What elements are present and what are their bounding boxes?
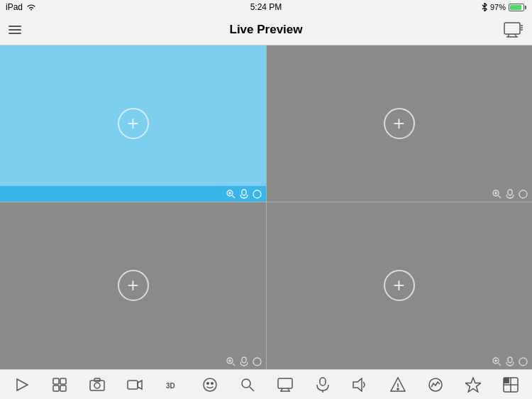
cell-controls-top-right bbox=[266, 186, 532, 202]
camera-button[interactable] bbox=[78, 377, 116, 393]
menu-button[interactable] bbox=[9, 26, 21, 34]
video-button[interactable] bbox=[116, 377, 153, 393]
svg-point-13 bbox=[253, 190, 261, 198]
zoom-icon-tr[interactable] bbox=[492, 189, 501, 199]
svg-rect-11 bbox=[242, 190, 246, 195]
layout-button[interactable] bbox=[492, 377, 529, 393]
grid-button[interactable] bbox=[40, 377, 78, 393]
record-icon-tl[interactable] bbox=[253, 190, 262, 199]
svg-line-50 bbox=[250, 387, 254, 391]
svg-rect-40 bbox=[90, 381, 104, 390]
mic-button[interactable] bbox=[304, 377, 341, 393]
status-time: 5:24 PM bbox=[250, 2, 282, 12]
mic-icon-tr[interactable] bbox=[506, 189, 514, 199]
svg-point-34 bbox=[519, 358, 527, 366]
mic-icon-bl[interactable] bbox=[240, 356, 248, 366]
svg-point-46 bbox=[204, 378, 216, 391]
svg-point-60 bbox=[397, 388, 399, 390]
monitor-button[interactable] bbox=[504, 22, 523, 38]
mic-icon-br[interactable] bbox=[506, 356, 514, 366]
carrier-label: iPad bbox=[6, 2, 23, 12]
cell-controls-bottom-right bbox=[266, 354, 532, 369]
svg-rect-25 bbox=[242, 357, 246, 363]
record-icon-br[interactable] bbox=[519, 357, 528, 366]
svg-rect-51 bbox=[278, 378, 292, 388]
add-source-button-top-right[interactable]: + bbox=[384, 108, 415, 139]
status-bar: iPad 5:24 PM 97% bbox=[0, 0, 532, 14]
svg-rect-32 bbox=[508, 357, 512, 363]
cell-controls-top-left bbox=[0, 186, 266, 202]
svg-marker-62 bbox=[465, 378, 481, 392]
svg-rect-55 bbox=[320, 378, 326, 386]
svg-point-48 bbox=[211, 382, 212, 383]
nav-right[interactable] bbox=[504, 22, 523, 38]
svg-rect-37 bbox=[60, 378, 66, 384]
nav-bar: Live Preview bbox=[0, 14, 532, 45]
monitor-button[interactable] bbox=[266, 377, 304, 393]
cell-bottom-right[interactable]: + bbox=[266, 202, 532, 369]
cell-bottom-left[interactable]: + bbox=[0, 202, 266, 369]
svg-marker-35 bbox=[17, 379, 28, 390]
search-button[interactable] bbox=[228, 377, 266, 393]
speaker-button[interactable] bbox=[341, 377, 379, 393]
svg-line-8 bbox=[233, 196, 235, 199]
cell-top-right[interactable]: + bbox=[266, 45, 532, 202]
zoom-icon-tl[interactable] bbox=[226, 189, 235, 199]
svg-line-15 bbox=[499, 196, 501, 199]
bottom-toolbar: 3D bbox=[0, 369, 532, 399]
battery-icon bbox=[509, 4, 526, 11]
mic-icon-tl[interactable] bbox=[240, 189, 248, 199]
svg-point-20 bbox=[519, 190, 527, 198]
page-title: Live Preview bbox=[229, 23, 302, 37]
zoom-icon-br[interactable] bbox=[492, 356, 501, 366]
svg-marker-57 bbox=[353, 378, 362, 391]
bluetooth-icon bbox=[482, 3, 487, 11]
svg-rect-0 bbox=[504, 23, 520, 34]
svg-point-41 bbox=[94, 383, 100, 388]
record-icon-bl[interactable] bbox=[253, 357, 262, 366]
star-button[interactable] bbox=[454, 377, 492, 393]
play-button[interactable] bbox=[3, 377, 40, 393]
svg-rect-43 bbox=[128, 381, 138, 389]
alert-button[interactable] bbox=[379, 377, 416, 393]
svg-point-47 bbox=[206, 382, 208, 383]
svg-line-29 bbox=[499, 364, 501, 366]
svg-text:3D: 3D bbox=[166, 382, 175, 390]
svg-rect-42 bbox=[94, 378, 100, 381]
svg-line-22 bbox=[233, 364, 235, 366]
svg-rect-38 bbox=[53, 386, 59, 391]
svg-rect-18 bbox=[508, 190, 512, 195]
cell-controls-bottom-left bbox=[0, 354, 266, 369]
add-source-button-top-left[interactable]: + bbox=[118, 108, 149, 139]
zoom-icon-bl[interactable] bbox=[226, 356, 235, 366]
analytics-button[interactable] bbox=[416, 377, 454, 393]
nav-left[interactable] bbox=[9, 26, 21, 34]
svg-point-27 bbox=[253, 358, 261, 366]
battery-percent: 97% bbox=[490, 3, 506, 11]
face-button[interactable] bbox=[191, 377, 228, 393]
camera-grid: + bbox=[0, 45, 532, 369]
cell-top-left[interactable]: + bbox=[0, 45, 266, 202]
3d-button[interactable]: 3D bbox=[153, 377, 191, 393]
svg-point-49 bbox=[242, 379, 250, 388]
svg-rect-36 bbox=[53, 378, 59, 384]
status-right: 97% bbox=[482, 3, 526, 11]
record-icon-tr[interactable] bbox=[519, 190, 528, 199]
add-source-button-bottom-left[interactable]: + bbox=[118, 270, 149, 301]
status-left: iPad bbox=[6, 2, 36, 12]
svg-rect-39 bbox=[60, 386, 66, 391]
svg-rect-66 bbox=[504, 378, 509, 383]
svg-marker-44 bbox=[138, 381, 142, 389]
add-source-button-bottom-right[interactable]: + bbox=[384, 270, 415, 301]
wifi-icon bbox=[26, 4, 36, 11]
